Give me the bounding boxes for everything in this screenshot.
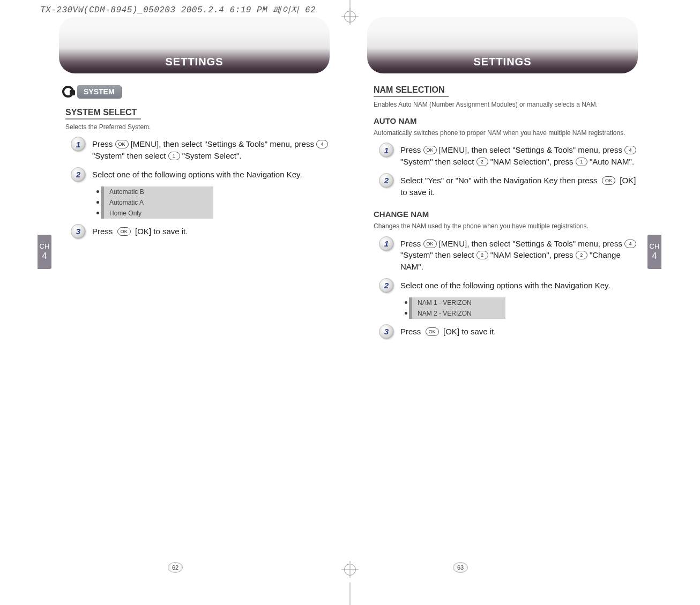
auto-nam-heading: AUTO NAM (374, 116, 638, 125)
step-2: 2 Select "Yes" or "No" with the Navigati… (379, 173, 638, 198)
step-number-icon: 1 (379, 143, 394, 158)
system-heading: SYSTEM (62, 85, 330, 98)
chapter-tab-right: CH 4 (647, 235, 661, 269)
system-badge: SYSTEM (77, 85, 121, 98)
ch-label: CH (650, 243, 660, 250)
chapter-tab-left: CH 4 (38, 235, 51, 269)
auto-nam-desc: Automatically switches phone to proper N… (374, 129, 632, 137)
step-number-icon: 1 (71, 137, 86, 152)
settings-banner: SETTINGS (367, 17, 638, 73)
step-number-icon: 3 (71, 224, 86, 239)
options-list: NAM 1 - VERIZON NAM 2 - VERIZON (409, 297, 505, 319)
page-number-right: 63 (453, 562, 468, 573)
step-text: Press OK [OK] to save it. (400, 324, 496, 338)
banner-title: SETTINGS (473, 56, 531, 68)
step-text: Press OK [MENU], then select "Settings &… (92, 137, 330, 162)
options-list: Automatic B Automatic A Home Only (101, 186, 213, 219)
ch-number: 4 (42, 251, 47, 261)
nam-selection-title: NAM SELECTION (374, 85, 449, 97)
list-item: Automatic B (104, 186, 213, 197)
system-icon (62, 86, 74, 98)
ch-number: 4 (652, 251, 657, 261)
key-1-icon: 1 (168, 152, 180, 160)
system-select-desc: Selects the Preferred System. (65, 123, 324, 131)
list-item: NAM 2 - VERIZON (412, 308, 505, 319)
step-text: Press OK [MENU], then select "Settings &… (400, 143, 638, 168)
ok-key-icon: OK (423, 146, 437, 154)
step-1: 1 Press OK [MENU], then select "Settings… (379, 236, 638, 273)
ok-key-icon: OK (602, 176, 615, 185)
step-text: Select "Yes" or "No" with the Navigation… (400, 173, 638, 198)
key-4-icon: 4 (624, 146, 636, 154)
right-page: SETTINGS NAM SELECTION Enables Auto NAM … (362, 16, 643, 563)
system-select-title: SYSTEM SELECT (65, 108, 141, 119)
key-2-icon: 2 (476, 158, 488, 166)
key-2-icon: 2 (476, 251, 488, 259)
settings-banner: SETTINGS (59, 17, 330, 73)
key-1-icon: 1 (576, 158, 587, 166)
ok-key-icon: OK (117, 227, 131, 236)
step-number-icon: 2 (71, 167, 86, 182)
key-4-icon: 4 (316, 140, 328, 148)
step-text: Select one of the following options with… (400, 278, 610, 292)
step-text: Select one of the following options with… (92, 167, 302, 181)
crop-mark-bottom (350, 582, 351, 605)
nam-selection-desc: Enables Auto NAM (Number Assignment Modu… (374, 100, 632, 109)
ch-label: CH (40, 243, 50, 250)
step-2: 2 Select one of the following options wi… (379, 278, 638, 293)
list-item: Home Only (104, 208, 213, 219)
list-item: NAM 1 - VERIZON (412, 297, 505, 308)
change-nam-desc: Changes the NAM used by the phone when y… (374, 222, 632, 230)
list-item: Automatic A (104, 197, 213, 208)
crop-register-bottom (344, 564, 356, 576)
step-text: Press OK [OK] to save it. (92, 224, 188, 237)
step-2: 2 Select one of the following options wi… (71, 167, 330, 182)
step-1: 1 Press OK [MENU], then select "Settings… (379, 143, 638, 168)
step-number-icon: 2 (379, 173, 394, 188)
step-text: Press OK [MENU], then select "Settings &… (400, 236, 638, 273)
left-page: SETTINGS SYSTEM SYSTEM SELECT Selects th… (54, 16, 335, 563)
step-number-icon: 2 (379, 278, 394, 293)
ok-key-icon: OK (115, 140, 129, 148)
step-number-icon: 1 (379, 236, 394, 251)
banner-title: SETTINGS (165, 56, 223, 68)
ok-key-icon: OK (423, 240, 437, 248)
step-number-icon: 3 (379, 324, 394, 339)
step-3: 3 Press OK [OK] to save it. (71, 224, 330, 239)
change-nam-heading: CHANGE NAM (374, 210, 638, 219)
page-number-left: 62 (168, 562, 183, 573)
ok-key-icon: OK (426, 327, 439, 336)
key-4-icon: 4 (624, 240, 636, 248)
step-3: 3 Press OK [OK] to save it. (379, 324, 638, 339)
key-2-icon: 2 (576, 251, 587, 259)
step-1: 1 Press OK [MENU], then select "Settings… (71, 137, 330, 162)
print-file-header: TX-230VW(CDM-8945)_050203 2005.2.4 6:19 … (40, 4, 316, 16)
